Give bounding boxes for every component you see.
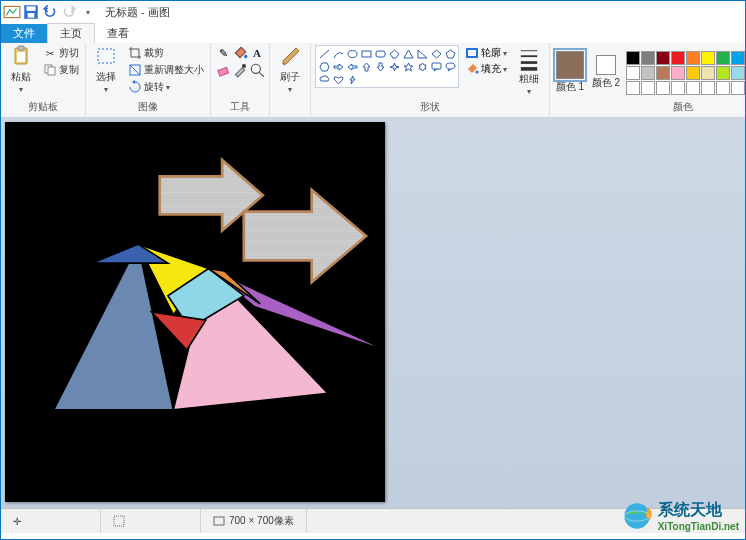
outline-button[interactable]: 轮廓▾ (463, 45, 509, 61)
brush-button[interactable]: 刷子▾ (274, 45, 306, 94)
pencil-tool[interactable]: ✎ (215, 45, 231, 61)
bucket-tool[interactable] (232, 45, 248, 61)
shape-callout-oval[interactable] (443, 60, 457, 73)
palette-swatch[interactable] (626, 81, 640, 95)
rotate-icon (128, 80, 142, 94)
shape-arrow-u[interactable] (359, 60, 373, 73)
watermark: 系统天地 XiTongTianDi.net (620, 499, 739, 533)
svg-rect-9 (98, 49, 114, 63)
palette-swatch[interactable] (626, 66, 640, 80)
shape-rect[interactable] (359, 47, 373, 60)
group-clipboard: 粘贴▾ ✂ 剪切 复制 剪贴板 (1, 43, 86, 117)
svg-point-11 (244, 55, 247, 58)
palette-swatch[interactable] (701, 66, 715, 80)
quick-access-toolbar: ▾ (3, 3, 97, 21)
palette-swatch[interactable] (716, 81, 730, 95)
shape-6star[interactable] (415, 60, 429, 73)
palette-swatch[interactable] (641, 81, 655, 95)
copy-button[interactable]: 复制 (41, 62, 81, 78)
shapes-gallery[interactable] (315, 45, 459, 88)
palette-swatch[interactable] (701, 81, 715, 95)
palette-swatch[interactable] (716, 51, 730, 65)
svg-rect-18 (376, 51, 385, 57)
magnifier-tool[interactable] (249, 62, 265, 78)
shape-5star[interactable] (401, 60, 415, 73)
palette-swatch[interactable] (686, 66, 700, 80)
shape-heart[interactable] (331, 73, 345, 86)
save-icon[interactable] (22, 3, 40, 21)
resize-button[interactable]: 重新调整大小 (126, 62, 206, 78)
crop-button[interactable]: 裁剪 (126, 45, 206, 61)
undo-icon[interactable] (41, 3, 59, 21)
drawing (5, 122, 385, 502)
shape-pentagon[interactable] (443, 47, 457, 60)
palette-swatch[interactable] (641, 51, 655, 65)
title-bar: ▾ 无标题 - 画图 (1, 1, 745, 23)
shape-arrow-r[interactable] (331, 60, 345, 73)
color2-button[interactable]: 颜色 2 (590, 55, 622, 90)
shape-callout-cloud[interactable] (317, 73, 331, 86)
shape-line[interactable] (317, 47, 331, 60)
palette-swatch[interactable] (731, 66, 745, 80)
palette-swatch[interactable] (671, 51, 685, 65)
palette-swatch[interactable] (656, 81, 670, 95)
palette-swatch[interactable] (716, 66, 730, 80)
canvas-area[interactable] (1, 118, 745, 508)
shape-lightning[interactable] (345, 73, 359, 86)
stroke-button[interactable]: 粗细▾ (513, 45, 545, 96)
shape-arrow-l[interactable] (345, 60, 359, 73)
shape-oval[interactable] (345, 47, 359, 60)
color1-button[interactable]: 颜色 1 (554, 51, 586, 94)
svg-rect-26 (432, 63, 441, 69)
group-tools: ✎ A 工具 (211, 43, 270, 117)
paste-button[interactable]: 粘贴▾ (5, 45, 37, 94)
shape-triangle[interactable] (401, 47, 415, 60)
canvas[interactable] (5, 122, 385, 502)
picker-tool[interactable] (232, 62, 248, 78)
svg-rect-51 (114, 516, 124, 526)
tab-file[interactable]: 文件 (1, 24, 47, 43)
redo-icon[interactable] (60, 3, 78, 21)
scissors-icon: ✂ (43, 46, 57, 60)
palette-swatch[interactable] (656, 66, 670, 80)
qat-customize-icon[interactable]: ▾ (79, 3, 97, 21)
group-colors: 颜色 1 颜色 2 编辑颜色 颜色 (550, 43, 746, 117)
shape-rtriangle[interactable] (415, 47, 429, 60)
shape-hexagon[interactable] (317, 60, 331, 73)
palette-swatch[interactable] (686, 51, 700, 65)
palette-swatch[interactable] (671, 66, 685, 80)
watermark-title: 系统天地 (658, 500, 739, 521)
svg-marker-21 (418, 50, 427, 58)
palette-swatch[interactable] (686, 81, 700, 95)
palette-swatch[interactable] (671, 81, 685, 95)
select-button[interactable]: 选择▾ (90, 45, 122, 94)
palette-swatch[interactable] (641, 66, 655, 80)
shape-roundrect[interactable] (373, 47, 387, 60)
palette-swatch[interactable] (701, 51, 715, 65)
svg-rect-6 (17, 52, 25, 62)
text-tool[interactable]: A (249, 45, 265, 61)
shape-polygon[interactable] (387, 47, 401, 60)
svg-marker-23 (446, 50, 455, 58)
shape-diamond[interactable] (429, 47, 443, 60)
tab-home[interactable]: 主页 (47, 23, 95, 43)
svg-marker-24 (320, 63, 329, 71)
shape-callout-rect[interactable] (429, 60, 443, 73)
palette-swatch[interactable] (626, 51, 640, 65)
shape-4star[interactable] (387, 60, 401, 73)
cut-button[interactable]: ✂ 剪切 (41, 45, 81, 61)
eraser-tool[interactable] (215, 62, 231, 78)
shape-arrow-d[interactable] (373, 60, 387, 73)
fill-button[interactable]: 填充▾ (463, 61, 509, 77)
status-pos: ✛ (1, 509, 101, 533)
color-palette (626, 51, 746, 95)
group-label-shapes: 形状 (420, 100, 440, 115)
rotate-button[interactable]: 旋转▾ (126, 79, 206, 95)
shape-curve[interactable] (331, 47, 345, 60)
svg-rect-2 (27, 6, 36, 11)
palette-swatch[interactable] (731, 51, 745, 65)
tab-view[interactable]: 查看 (95, 24, 141, 43)
group-shapes: 轮廓▾ 填充▾ 粗细▾ 形状 (311, 43, 550, 117)
palette-swatch[interactable] (731, 81, 745, 95)
palette-swatch[interactable] (656, 51, 670, 65)
